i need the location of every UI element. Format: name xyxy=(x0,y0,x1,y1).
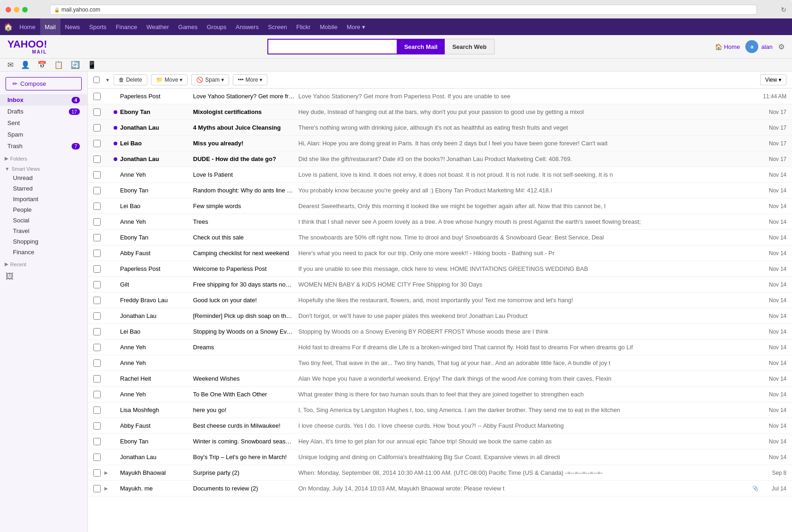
compose-button[interactable]: ✏ Compose xyxy=(6,77,82,90)
email-checkbox-10[interactable] xyxy=(93,250,101,257)
mobile-icon[interactable]: 📱 xyxy=(87,60,97,69)
nav-news[interactable]: News xyxy=(60,18,85,35)
search-input[interactable] xyxy=(267,39,397,54)
email-checkbox-13[interactable] xyxy=(93,297,101,304)
select-all-checkbox[interactable] xyxy=(93,77,100,83)
email-row[interactable]: Anne Yeh To Be One With Each Other What … xyxy=(88,387,792,402)
recent-section[interactable]: ▶ Recent xyxy=(0,257,87,268)
email-row[interactable]: Jonathan Lau DUDE - How did the date go?… xyxy=(88,151,792,167)
more-button[interactable]: ••• More ▾ xyxy=(233,74,267,85)
email-row[interactable]: Freddy Bravo Lau Good luck on your date!… xyxy=(88,293,792,308)
nav-finance[interactable]: Finance xyxy=(111,18,142,35)
sidebar-item-starred[interactable]: Starred xyxy=(0,183,87,194)
sidebar-item-trash[interactable]: Trash 7 xyxy=(0,140,87,152)
email-checkbox-9[interactable] xyxy=(93,234,101,241)
settings-icon[interactable]: ⚙ xyxy=(778,42,785,51)
search-web-button[interactable]: Search Web xyxy=(445,39,494,54)
email-checkbox-14[interactable] xyxy=(93,312,101,320)
email-checkbox-1[interactable] xyxy=(93,108,101,116)
sidebar-item-spam[interactable]: Spam xyxy=(0,129,87,140)
sidebar-item-sent[interactable]: Sent xyxy=(0,117,87,129)
sidebar-item-finance[interactable]: Finance xyxy=(0,247,87,257)
email-row[interactable]: Lei Bao Stopping by Woods on a Snowy Eve… xyxy=(88,324,792,340)
email-checkbox-5[interactable] xyxy=(93,171,101,179)
email-checkbox-22[interactable] xyxy=(93,438,101,445)
email-row[interactable]: Lei Bao Miss you already! Hi, Alan: Hope… xyxy=(88,136,792,151)
mail-icon[interactable]: ✉ xyxy=(7,60,13,69)
sidebar-item-shopping[interactable]: Shopping xyxy=(0,236,87,247)
email-row[interactable]: Ebony Tan Mixologist certifications Hey … xyxy=(88,104,792,120)
folders-section[interactable]: ▶ Folders xyxy=(0,152,87,162)
sidebar-item-unread[interactable]: Unread xyxy=(0,173,87,183)
spam-button[interactable]: 🚫 Spam ▾ xyxy=(191,74,229,85)
email-row[interactable]: Abby Faust Best cheese curds in Milwauke… xyxy=(88,418,792,434)
nav-home[interactable]: Home xyxy=(15,18,40,35)
sidebar-item-inbox[interactable]: Inbox 4 xyxy=(0,94,87,106)
email-checkbox-20[interactable] xyxy=(93,406,101,414)
move-button[interactable]: 📁 Move ▾ xyxy=(151,74,188,85)
email-row[interactable]: Anne Yeh Trees I think that I shall neve… xyxy=(88,214,792,230)
email-checkbox-25[interactable] xyxy=(93,485,101,492)
delete-button[interactable]: 🗑 Delete xyxy=(114,74,147,85)
smart-views-section[interactable]: ▼ Smart Views xyxy=(0,162,87,173)
email-checkbox-3[interactable] xyxy=(93,140,101,147)
email-checkbox-19[interactable] xyxy=(93,391,101,398)
email-checkbox-6[interactable] xyxy=(93,187,101,194)
nav-weather[interactable]: Weather xyxy=(142,18,174,35)
header-home-link[interactable]: 🏠 Home xyxy=(715,43,740,50)
notepad-icon[interactable]: 📋 xyxy=(54,60,63,69)
email-checkbox-2[interactable] xyxy=(93,124,101,132)
sync-icon[interactable]: 🔄 xyxy=(71,60,80,69)
nav-flickr[interactable]: Flickr xyxy=(291,18,315,35)
expand-icon-25[interactable]: ▶ xyxy=(104,486,112,491)
email-row[interactable]: Rachel Heit Weekend Wishes Alan We hope … xyxy=(88,371,792,387)
sidebar-item-important[interactable]: Important xyxy=(0,194,87,204)
email-checkbox-4[interactable] xyxy=(93,155,101,163)
email-row[interactable]: Gilt Free shipping for 30 days starts no… xyxy=(88,277,792,293)
calendar-icon[interactable]: 📅 xyxy=(37,60,47,69)
dropdown-arrow-icon[interactable]: ▼ xyxy=(105,78,110,83)
email-row[interactable]: Paperless Post Welcome to Paperless Post… xyxy=(88,261,792,277)
email-checkbox-23[interactable] xyxy=(93,454,101,461)
email-checkbox-18[interactable] xyxy=(93,375,101,383)
nav-groups[interactable]: Groups xyxy=(202,18,231,35)
email-row[interactable]: Jonathan Lau 4 Myths about Juice Cleansi… xyxy=(88,120,792,136)
email-row[interactable]: ▶ Mayukh Bhaowal Surprise party (2) When… xyxy=(88,465,792,481)
contacts-icon[interactable]: 👤 xyxy=(21,60,30,69)
email-row[interactable]: Ebony Tan Winter is coming. Snowboard se… xyxy=(88,434,792,449)
nav-answers[interactable]: Answers xyxy=(231,18,263,35)
email-row[interactable]: Anne Yeh Two tiny feet, That wave in the… xyxy=(88,355,792,371)
email-row[interactable]: ▶ Mayukh. me Documents to review (2) On … xyxy=(88,481,792,496)
reload-button[interactable]: ↻ xyxy=(781,6,786,13)
url-bar[interactable]: 🔒 mail.yahoo.com xyxy=(50,5,757,15)
email-row[interactable]: Paperless Post Love Yahoo Stationery? Ge… xyxy=(88,89,792,104)
expand-icon-24[interactable]: ▶ xyxy=(104,470,112,475)
minimize-button[interactable] xyxy=(14,7,19,12)
email-row[interactable]: Lei Bao Few simple words Dearest Sweethe… xyxy=(88,198,792,214)
sidebar-item-people[interactable]: People xyxy=(0,204,87,215)
email-checkbox-8[interactable] xyxy=(93,218,101,226)
email-checkbox-17[interactable] xyxy=(93,359,101,367)
sidebar-item-social[interactable]: Social xyxy=(0,215,87,226)
sidebar-item-drafts[interactable]: Drafts 17 xyxy=(0,106,87,117)
email-checkbox-12[interactable] xyxy=(93,281,101,288)
email-row[interactable]: Anne Yeh Dreams Hold fast to dreams For … xyxy=(88,340,792,355)
email-row[interactable]: Jonathan Lau [Reminder] Pick up dish soa… xyxy=(88,308,792,324)
nav-mail[interactable]: Mail xyxy=(40,18,60,35)
email-checkbox-7[interactable] xyxy=(93,203,101,210)
nav-screen[interactable]: Screen xyxy=(263,18,291,35)
email-row[interactable]: Ebony Tan Random thought: Why do ants li… xyxy=(88,183,792,198)
sidebar-item-travel[interactable]: Travel xyxy=(0,226,87,236)
nav-more[interactable]: More ▾ xyxy=(342,18,370,35)
email-row[interactable]: Lisa Moshfegh here you go! I, Too, Sing … xyxy=(88,402,792,418)
email-checkbox-0[interactable] xyxy=(93,93,101,100)
email-row[interactable]: Jonathan Lau Boy's Trip – Let's go here … xyxy=(88,449,792,465)
nav-mobile[interactable]: Mobile xyxy=(315,18,342,35)
email-checkbox-11[interactable] xyxy=(93,265,101,273)
email-checkbox-24[interactable] xyxy=(93,469,101,477)
nav-sports[interactable]: Sports xyxy=(85,18,111,35)
view-button[interactable]: View ▾ xyxy=(760,74,786,85)
email-row[interactable]: Abby Faust Camping checklist for next we… xyxy=(88,245,792,261)
email-row[interactable]: Anne Yeh Love Is Patient Love is patient… xyxy=(88,167,792,183)
maximize-button[interactable] xyxy=(22,7,28,12)
